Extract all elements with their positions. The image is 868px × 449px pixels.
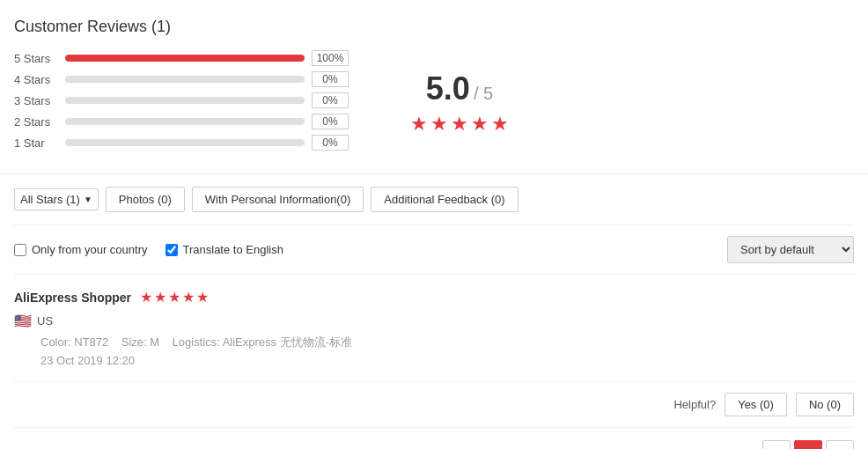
rating-number: 5.0	[426, 70, 470, 107]
bar-pct: 100%	[312, 50, 349, 66]
personal-info-tab[interactable]: With Personal Information(0)	[192, 187, 364, 212]
bar-container	[65, 97, 305, 104]
star-row: 3 Stars 0%	[14, 92, 349, 108]
bar-pct: 0%	[312, 71, 349, 87]
translate-checkbox-label[interactable]: Translate to English	[166, 243, 283, 256]
photos-tab[interactable]: Photos (0)	[106, 187, 185, 212]
helpful-label: Helpful?	[673, 398, 716, 411]
current-page-button[interactable]: 1	[794, 440, 822, 449]
section-title: Customer Reviews (1)	[14, 18, 854, 36]
only-country-checkbox[interactable]	[14, 244, 26, 256]
bar-container	[65, 55, 305, 62]
country-flag-icon: 🇺🇸	[14, 313, 32, 329]
sort-wrapper: Sort by defaultMost RecentMost Helpful	[727, 236, 854, 263]
all-stars-dropdown[interactable]: All Stars (1) ▼	[14, 188, 99, 210]
review-details: Color: NT872 Size: M Logistics: AliExpre…	[14, 335, 854, 350]
helpful-row: Helpful? Yes (0) No (0)	[14, 382, 854, 428]
bar-fill	[65, 55, 305, 62]
filter-tabs: All Stars (1) ▼ Photos (0) With Personal…	[14, 174, 854, 225]
additional-feedback-tab[interactable]: Additional Feedback (0)	[371, 187, 518, 212]
star-row: 2 Stars 0%	[14, 114, 349, 129]
bar-container	[65, 118, 305, 125]
bar-container	[65, 76, 305, 83]
next-page-button[interactable]: ›	[826, 440, 854, 449]
dropdown-arrow-icon: ▼	[84, 195, 92, 204]
no-button[interactable]: No (0)	[796, 393, 854, 416]
reviewer-header: AliExpress Shopper ★ ★ ★ ★ ★	[14, 289, 854, 305]
only-country-label: Only from your country	[32, 243, 148, 256]
star-label: 1 Star	[14, 136, 58, 150]
translate-label: Translate to English	[183, 243, 283, 256]
translate-checkbox[interactable]	[166, 244, 178, 256]
rating-out-of: / 5	[474, 84, 493, 104]
star-label: 4 Stars	[14, 73, 58, 86]
star-label: 3 Stars	[14, 94, 58, 107]
star-row: 4 Stars 0%	[14, 71, 349, 87]
bar-pct: 0%	[312, 92, 349, 108]
overall-rating: 5.0 / 5 ★ ★ ★ ★ ★	[384, 70, 535, 136]
overall-stars: ★ ★ ★ ★ ★	[410, 113, 509, 136]
pagination: ‹ 1 ›	[14, 428, 854, 449]
star-label: 5 Stars	[14, 52, 58, 65]
star-row: 1 Star 0%	[14, 135, 349, 151]
star-row: 5 Stars 100%	[14, 50, 349, 66]
all-stars-label: All Stars (1)	[20, 193, 80, 206]
reviewer-name: AliExpress Shopper	[14, 291, 131, 305]
country-name: US	[37, 314, 53, 328]
review-date: 23 Oct 2019 12:20	[14, 354, 854, 367]
bar-container	[65, 139, 305, 146]
filter-row: Only from your country Translate to Engl…	[14, 225, 854, 275]
star-bars: 5 Stars 100% 4 Stars 0% 3 Stars 0% 2 Sta…	[14, 50, 349, 156]
bar-pct: 0%	[312, 114, 349, 129]
yes-button[interactable]: Yes (0)	[725, 393, 787, 416]
only-country-checkbox-label[interactable]: Only from your country	[14, 243, 148, 256]
bar-pct: 0%	[312, 135, 349, 151]
review-stars: ★ ★ ★ ★ ★	[140, 289, 209, 305]
review-section: AliExpress Shopper ★ ★ ★ ★ ★ 🇺🇸 US Color…	[14, 275, 854, 382]
star-label: 2 Stars	[14, 115, 58, 129]
reviewer-meta: 🇺🇸 US	[14, 313, 854, 329]
sort-dropdown[interactable]: Sort by defaultMost RecentMost Helpful	[727, 236, 854, 263]
prev-page-button[interactable]: ‹	[762, 440, 791, 449]
